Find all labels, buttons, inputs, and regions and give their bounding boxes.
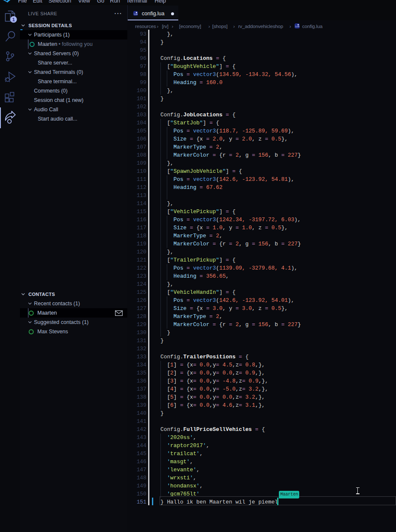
- svg-text:1: 1: [12, 17, 15, 22]
